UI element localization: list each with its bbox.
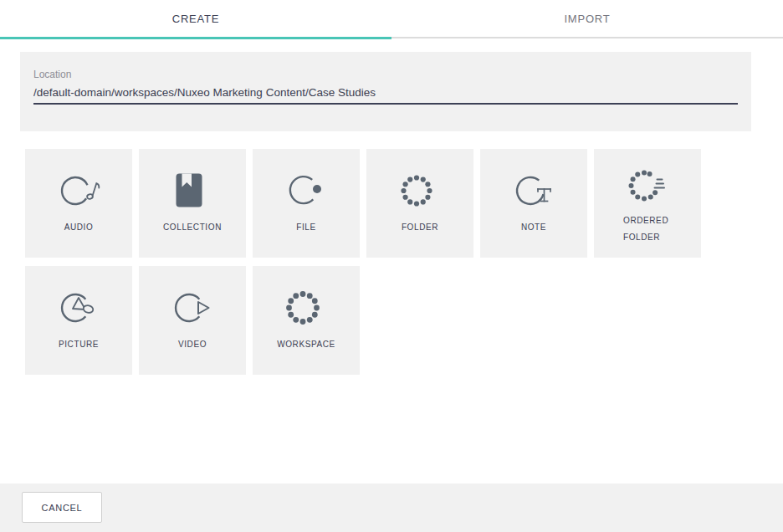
tile-label: VIDEO	[178, 340, 207, 350]
ordered-folder-icon	[626, 166, 669, 206]
video-icon	[171, 288, 214, 328]
tile-label: ORDERED FOLDER	[623, 212, 672, 246]
tile-collection[interactable]: COLLECTION	[139, 149, 246, 258]
tile-folder[interactable]: FOLDER	[366, 149, 473, 258]
tab-bar: CREATE IMPORT	[0, 0, 783, 39]
tile-label: PICTURE	[59, 340, 99, 350]
folder-icon	[398, 171, 442, 211]
footer-bar: CANCEL	[0, 483, 783, 532]
tile-video[interactable]: VIDEO	[139, 266, 246, 375]
tile-ordered-folder[interactable]: ORDERED FOLDER	[594, 149, 701, 258]
doc-type-grid: AUDIO COLLECTION FILE	[25, 149, 708, 375]
tile-file[interactable]: FILE	[253, 149, 360, 258]
location-panel: Location /default-domain/workspaces/Nuxe…	[20, 52, 751, 131]
tile-label: WORKSPACE	[277, 340, 335, 350]
collection-icon	[171, 171, 214, 211]
audio-icon	[57, 171, 100, 211]
tab-create[interactable]: CREATE	[0, 0, 392, 37]
tile-label: FOLDER	[402, 223, 438, 233]
tab-import[interactable]: IMPORT	[392, 0, 783, 37]
tile-label: NOTE	[521, 223, 546, 233]
location-label: Location	[33, 69, 738, 80]
tile-note[interactable]: NOTE	[480, 149, 587, 258]
note-icon	[512, 171, 555, 211]
picture-icon	[57, 288, 100, 328]
cancel-button[interactable]: CANCEL	[22, 492, 102, 523]
tile-label: AUDIO	[64, 223, 94, 233]
tile-label: COLLECTION	[163, 223, 222, 233]
tile-picture[interactable]: PICTURE	[25, 266, 132, 375]
tile-label: FILE	[296, 223, 316, 233]
active-tab-underline	[0, 37, 392, 39]
file-icon	[284, 171, 328, 211]
workspace-icon	[284, 288, 328, 328]
tile-workspace[interactable]: WORKSPACE	[253, 266, 360, 375]
location-path-field[interactable]: /default-domain/workspaces/Nuxeo Marketi…	[33, 86, 738, 105]
tile-audio[interactable]: AUDIO	[25, 149, 132, 258]
tab-divider-line	[392, 37, 783, 38]
